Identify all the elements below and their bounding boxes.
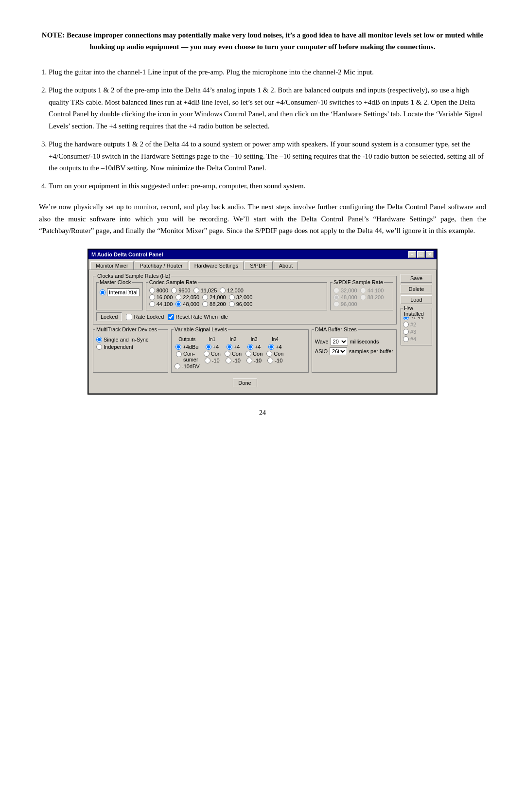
vsl-in3-col: In3 +4 Con -10 bbox=[245, 337, 262, 363]
titlebar-buttons: – □ ✕ bbox=[408, 251, 434, 258]
vsl-in1-col: In1 +4 Con -10 bbox=[204, 337, 221, 363]
spdif-rates: 32,000 44,100 48,000 88,200 96,000 bbox=[333, 288, 390, 307]
dma-asio-unit: samples per buffer bbox=[349, 348, 393, 354]
dma-asio-select[interactable]: 2688 bbox=[330, 347, 347, 355]
vsl-in4-header: In4 bbox=[272, 337, 279, 342]
rate-48000[interactable]: 48,000 bbox=[175, 301, 199, 307]
in4-plus4[interactable]: +4 bbox=[268, 344, 282, 350]
out-plus4dbu[interactable]: +4dBu bbox=[175, 344, 198, 350]
internal-xtal-radio[interactable] bbox=[100, 289, 105, 295]
reset-rate-checkbox[interactable] bbox=[168, 314, 174, 320]
in4-con[interactable]: Con bbox=[266, 351, 283, 357]
in3-minus10[interactable]: -10 bbox=[246, 358, 262, 363]
spdif-44100[interactable]: 44,100 bbox=[360, 288, 384, 293]
delete-button[interactable]: Delete bbox=[401, 285, 432, 293]
vsl-in1-header: In1 bbox=[209, 337, 215, 342]
tab-patchbay-router[interactable]: Patchbay / Router bbox=[135, 261, 188, 270]
spdif-88200[interactable]: 88,200 bbox=[360, 294, 384, 300]
locked-button[interactable]: Locked bbox=[96, 312, 122, 321]
close-button[interactable]: ✕ bbox=[426, 251, 434, 258]
load-button[interactable]: Load bbox=[401, 295, 432, 304]
hw-installed-label: H/w Installed bbox=[403, 305, 432, 317]
spdif-row-2: 48,000 88,200 bbox=[333, 294, 390, 300]
in3-plus4[interactable]: +4 bbox=[247, 344, 261, 350]
rate-8000[interactable]: 8000 bbox=[149, 288, 168, 293]
rate-88200[interactable]: 88,200 bbox=[202, 301, 226, 307]
spdif-row-3: 96,000 bbox=[333, 301, 390, 307]
in1-minus10[interactable]: -10 bbox=[205, 358, 220, 363]
dma-label: DMA Buffer Sizes bbox=[314, 326, 358, 332]
in3-con[interactable]: Con bbox=[245, 351, 262, 357]
done-button[interactable]: Done bbox=[233, 379, 257, 387]
dma-wave-row: Wave 20 milliseconds bbox=[315, 338, 393, 345]
single-in-sync-radio[interactable]: Single and In-Sync bbox=[96, 337, 165, 343]
codec-row-2: 16,000 22,050 24,000 32,000 bbox=[149, 294, 324, 300]
bottom-row: MultiTrack Driver Devices Single and In-… bbox=[93, 329, 397, 373]
tab-monitor-mixer[interactable]: Monitor Mixer bbox=[90, 261, 134, 270]
in2-minus10[interactable]: -10 bbox=[226, 358, 241, 363]
rate-locked-checkbox[interactable] bbox=[126, 314, 132, 320]
save-button[interactable]: Save bbox=[401, 274, 432, 283]
clocks-groupbox-label: Clocks and Sample Rates (Hz) bbox=[96, 273, 171, 279]
dma-wave-select[interactable]: 20 bbox=[331, 338, 348, 345]
rate-96000[interactable]: 96,000 bbox=[229, 301, 253, 307]
tab-hardware-settings[interactable]: Hardware Settings bbox=[189, 261, 244, 270]
codec-row-1: 8000 9600 11,025 12,000 bbox=[149, 288, 324, 293]
rate-9600[interactable]: 9600 bbox=[171, 288, 190, 293]
rate-locked-checkbox-label[interactable]: Rate Locked bbox=[126, 314, 164, 320]
in2-con[interactable]: Con bbox=[225, 351, 242, 357]
rate-16000[interactable]: 16,000 bbox=[149, 294, 173, 300]
codec-sample-rate-box: Codec Sample Rate 8000 9600 11,025 12,00… bbox=[146, 282, 327, 310]
dialog-tabs: Monitor Mixer Patchbay / Router Hardware… bbox=[88, 259, 437, 270]
in1-con[interactable]: Con bbox=[204, 351, 221, 357]
in2-plus4[interactable]: +4 bbox=[227, 344, 240, 350]
in4-minus10[interactable]: -10 bbox=[267, 358, 282, 363]
rate-32000[interactable]: 32,000 bbox=[229, 294, 253, 300]
dialog-main-area: Clocks and Sample Rates (Hz) Master Cloc… bbox=[93, 274, 397, 389]
spdif-48000[interactable]: 48,000 bbox=[333, 294, 357, 300]
variable-signal-box: Variable Signal Levels Outputs +4dBu Con… bbox=[171, 329, 309, 373]
hw-3-radio[interactable]: #3 bbox=[403, 329, 430, 335]
vsl-in2-col: In2 +4 Con -10 bbox=[225, 337, 242, 363]
rate-22050[interactable]: 22,050 bbox=[175, 294, 199, 300]
rate-44100[interactable]: 44,100 bbox=[149, 301, 173, 307]
tab-spdif[interactable]: S/PDIF bbox=[245, 261, 272, 270]
vsl-outputs-header: Outputs bbox=[178, 337, 195, 342]
rate-12000[interactable]: 12,000 bbox=[220, 288, 244, 293]
dialog-window: M Audio Delta Control Panel – □ ✕ Monito… bbox=[88, 249, 438, 395]
spdif-sample-rate-box: S/PDIF Sample Rate 32,000 44,100 48,000 … bbox=[330, 282, 393, 310]
codec-sample-rate-label: Codec Sample Rate bbox=[148, 279, 198, 285]
minimize-button[interactable]: – bbox=[408, 251, 416, 258]
hw-installed-options: #1 44 #2 #3 #4 bbox=[403, 314, 430, 342]
master-clock-box: Master Clock Internal Xtal bbox=[96, 282, 143, 310]
hw-2-radio[interactable]: #2 bbox=[403, 322, 430, 327]
instructions-list: Plug the guitar into the channel-1 Line … bbox=[49, 66, 486, 192]
list-item-1: Plug the guitar into the channel-1 Line … bbox=[49, 66, 486, 78]
list-item-2: Plug the outputs 1 & 2 of the pre-amp in… bbox=[49, 84, 486, 132]
rate-24000[interactable]: 24,000 bbox=[202, 294, 226, 300]
tab-about[interactable]: About bbox=[274, 261, 298, 270]
dialog-title: M Audio Delta Control Panel bbox=[91, 252, 163, 257]
in1-plus4[interactable]: +4 bbox=[206, 344, 219, 350]
rate-11025[interactable]: 11,025 bbox=[193, 288, 217, 293]
vsl-outputs-col: Outputs +4dBu Con-sumer -10dBV bbox=[175, 337, 200, 369]
out-minus10[interactable]: -10dBV bbox=[175, 363, 200, 369]
spdif-32000[interactable]: 32,000 bbox=[333, 288, 357, 293]
dma-box: DMA Buffer Sizes Wave 20 milliseconds AS… bbox=[312, 329, 397, 373]
rate-locked-row: Locked Rate Locked Reset Rate When Idle bbox=[96, 312, 393, 321]
dialog-titlebar: M Audio Delta Control Panel – □ ✕ bbox=[88, 250, 437, 259]
maximize-button[interactable]: □ bbox=[417, 251, 425, 258]
note-text: NOTE: Because improper connections may p… bbox=[42, 31, 483, 51]
dialog-sidebar: Save Delete Load H/w Installed #1 44 bbox=[401, 274, 432, 389]
spdif-96000[interactable]: 96,000 bbox=[333, 301, 357, 307]
hw-4-radio[interactable]: #4 bbox=[403, 336, 430, 342]
independent-radio[interactable]: Independent bbox=[96, 344, 165, 350]
dma-wave-label: Wave bbox=[315, 339, 329, 344]
out-consumer[interactable]: Con-sumer bbox=[176, 351, 198, 362]
vsl-in4-col: In4 +4 Con -10 bbox=[266, 337, 283, 363]
list-item-3: Plug the hardware outputs 1 & 2 of the D… bbox=[49, 138, 486, 174]
clocks-groupbox: Clocks and Sample Rates (Hz) Master Cloc… bbox=[93, 276, 397, 325]
reset-rate-checkbox-label[interactable]: Reset Rate When Idle bbox=[168, 314, 228, 320]
variable-signal-label: Variable Signal Levels bbox=[174, 326, 228, 332]
vsl-grid: Outputs +4dBu Con-sumer -10dBV In1 +4 bbox=[175, 337, 305, 369]
